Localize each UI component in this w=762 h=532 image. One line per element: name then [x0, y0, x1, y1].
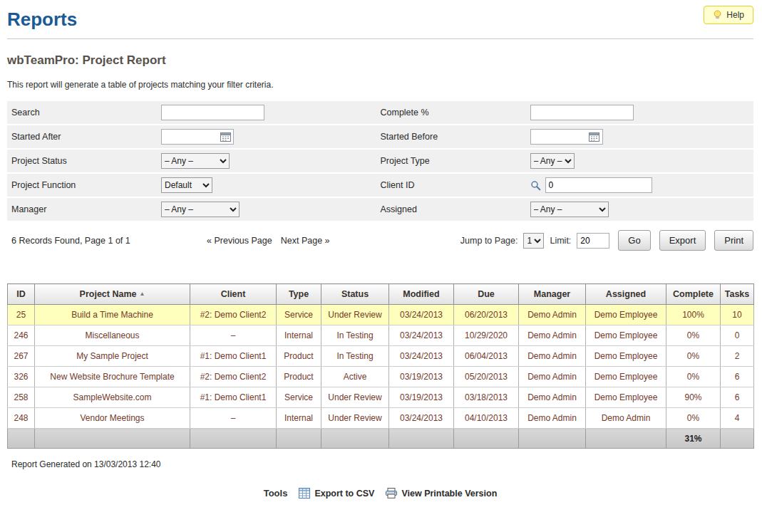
- client-id-input[interactable]: [545, 177, 652, 193]
- table-row[interactable]: 248Vendor Meetings–InternalUnder Review0…: [8, 408, 754, 429]
- cell-modified: 03/24/2013: [389, 408, 454, 429]
- filter-row: Project Function Default Client ID: [7, 174, 753, 197]
- project-function-select[interactable]: Default: [161, 177, 212, 193]
- cell-modified: 03/19/2013: [389, 387, 454, 408]
- cell-complete: 0%: [666, 408, 721, 429]
- table-row[interactable]: 25Build a Time Machine#2: Demo Client2Se…: [8, 305, 754, 325]
- calendar-icon[interactable]: [587, 132, 602, 142]
- cell-id: 25: [8, 305, 35, 325]
- manager-select[interactable]: – Any –: [161, 202, 240, 217]
- cell-status: In Testing: [321, 346, 389, 367]
- search-label: Search: [11, 108, 161, 118]
- started-after-input[interactable]: [162, 130, 217, 143]
- printer-icon: [386, 488, 397, 499]
- cell-name: Miscellaneous: [35, 325, 190, 346]
- cell-id: 326: [8, 367, 35, 387]
- filter-started-after: Started After: [11, 129, 381, 145]
- cell-type: Internal: [277, 325, 321, 346]
- next-page-link[interactable]: Next Page »: [281, 236, 330, 246]
- cell-assigned: Demo Employee: [586, 387, 666, 408]
- column-header-assigned[interactable]: Assigned: [586, 284, 666, 305]
- cell-due: 04/10/2013: [454, 408, 519, 429]
- cell-due: 06/20/2013: [454, 305, 519, 325]
- column-header-type[interactable]: Type: [277, 284, 321, 305]
- cell-client: #2: Demo Client2: [190, 305, 277, 325]
- table-row[interactable]: 258SampleWebsite.com#1: Demo Client1Serv…: [8, 387, 754, 408]
- export-button[interactable]: Export: [659, 230, 706, 251]
- cell-due: 06/04/2013: [454, 346, 519, 367]
- filter-project-type: Project Type – Any –: [381, 153, 750, 169]
- summary-cell: [277, 429, 321, 449]
- summary-row: 31%: [8, 429, 754, 449]
- summary-cell: [586, 429, 666, 449]
- cell-id: 248: [8, 408, 35, 429]
- previous-page-link[interactable]: « Previous Page: [207, 236, 272, 246]
- go-button[interactable]: Go: [618, 230, 650, 251]
- cell-id: 246: [8, 325, 35, 346]
- cell-complete: 100%: [666, 305, 721, 325]
- cell-modified: 03/19/2013: [389, 367, 454, 387]
- cell-client: –: [190, 408, 277, 429]
- project-type-select[interactable]: – Any –: [530, 153, 575, 169]
- assigned-select[interactable]: – Any –: [530, 202, 609, 217]
- cell-complete: 90%: [666, 387, 721, 408]
- column-header-tasks[interactable]: Tasks: [721, 284, 754, 305]
- complete-input[interactable]: [530, 105, 634, 120]
- filter-started-before: Started Before: [381, 129, 750, 145]
- project-status-select[interactable]: – Any –: [161, 153, 230, 169]
- column-header-modified[interactable]: Modified: [389, 284, 454, 305]
- table-row[interactable]: 326New Website Brochure Template#2: Demo…: [8, 367, 754, 387]
- cell-assigned: Demo Employee: [586, 346, 666, 367]
- summary-cell: [721, 429, 754, 449]
- search-input[interactable]: [161, 105, 264, 120]
- summary-cell: [389, 429, 454, 449]
- top-bar: Reports Help: [7, 0, 753, 39]
- table-row[interactable]: 246Miscellaneous–InternalIn Testing03/24…: [8, 325, 754, 346]
- cell-manager: Demo Admin: [519, 325, 586, 346]
- cell-type: Service: [277, 387, 321, 408]
- cell-tasks: 10: [721, 305, 754, 325]
- view-printable-link[interactable]: View Printable Version: [386, 488, 497, 499]
- export-csv-link[interactable]: Export to CSV: [299, 488, 374, 499]
- column-header-manager[interactable]: Manager: [519, 284, 586, 305]
- started-before-input[interactable]: [531, 130, 587, 143]
- cell-status: Under Review: [321, 387, 389, 408]
- cell-complete: 0%: [666, 325, 721, 346]
- column-header-status[interactable]: Status: [321, 284, 389, 305]
- summary-cell: [35, 429, 190, 449]
- filter-assigned: Assigned – Any –: [381, 202, 750, 217]
- print-button[interactable]: Print: [714, 230, 753, 251]
- limit-input[interactable]: [577, 233, 609, 249]
- report-table-body: 25Build a Time Machine#2: Demo Client2Se…: [8, 305, 754, 429]
- summary-cell: [321, 429, 389, 449]
- cell-complete: 0%: [666, 346, 721, 367]
- cell-type: Product: [277, 346, 321, 367]
- assigned-label: Assigned: [381, 204, 530, 214]
- filter-row: Search Complete %: [7, 101, 753, 124]
- cell-modified: 03/24/2013: [389, 305, 454, 325]
- column-header-client[interactable]: Client: [190, 284, 277, 305]
- search-magnifier-icon[interactable]: [530, 180, 541, 191]
- cell-tasks: 6: [721, 387, 754, 408]
- cell-id: 258: [8, 387, 35, 408]
- cell-status: Under Review: [321, 305, 389, 325]
- column-header-project-name[interactable]: Project Name▲: [35, 284, 190, 305]
- cell-assigned: Demo Employee: [586, 305, 666, 325]
- tools-bar: Tools Export to CSV View Printable Versi…: [7, 488, 753, 499]
- cell-status: Under Review: [321, 408, 389, 429]
- column-header-complete[interactable]: Complete: [666, 284, 721, 305]
- calendar-icon[interactable]: [217, 132, 233, 142]
- help-button[interactable]: Help: [704, 6, 753, 24]
- column-header-id[interactable]: ID: [8, 284, 35, 305]
- column-header-due[interactable]: Due: [454, 284, 519, 305]
- cell-due: 10/29/2020: [454, 325, 519, 346]
- table-row[interactable]: 267My Sample Project#1: Demo Client1Prod…: [8, 346, 754, 367]
- cell-name: My Sample Project: [35, 346, 190, 367]
- jump-to-page-select[interactable]: 1: [523, 233, 544, 249]
- cell-client: –: [190, 325, 277, 346]
- cell-status: In Testing: [321, 325, 389, 346]
- summary-cell: [190, 429, 277, 449]
- summary-cell: [454, 429, 519, 449]
- filter-row: Started After Started Before: [7, 125, 753, 148]
- cell-tasks: 6: [721, 367, 754, 387]
